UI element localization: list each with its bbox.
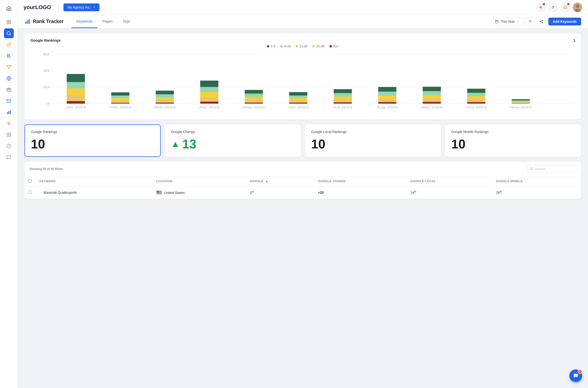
bar-sep: Sep 2023 xyxy=(421,87,442,109)
svg-rect-77 xyxy=(334,89,352,93)
svg-rect-100 xyxy=(512,100,530,101)
sidebar-icon-doc[interactable] xyxy=(4,130,14,140)
svg-rect-58 xyxy=(200,87,218,92)
star-favorite[interactable]: ☆ xyxy=(39,191,43,194)
stat-card-google-change[interactable]: Google Change ▲ 13 xyxy=(165,124,301,157)
legend-dot-1-3 xyxy=(267,45,269,48)
date-range-label: This Year xyxy=(501,20,515,24)
table-body: ☆ Maserati Quattroporte 🇺🇸 United States… xyxy=(24,186,581,199)
chart-title: Google Rankings xyxy=(30,38,61,42)
sidebar-icon-box[interactable] xyxy=(4,85,14,95)
google-rankings-chart-card: Google Rankings 1 1-3 4-10 11-20 xyxy=(24,33,581,120)
select-all-checkbox[interactable] xyxy=(28,179,32,182)
svg-text:Jun 2023: Jun 2023 xyxy=(288,106,309,109)
sidebar-icon-link[interactable] xyxy=(4,40,14,49)
row-google-change-cell: +20 xyxy=(314,186,407,199)
chat-badge: 1 xyxy=(578,369,582,374)
col-google-change[interactable]: GOOGLE CHANGE xyxy=(314,176,407,186)
logo-area: yourLOGO™ My Agency Inc. xyxy=(24,3,99,11)
svg-rect-83 xyxy=(378,87,396,92)
agency-name: My Agency Inc. xyxy=(67,5,91,9)
tab-pages[interactable]: Pages xyxy=(98,15,118,28)
stat-label-google-local: Google Local Rankings xyxy=(311,130,435,134)
date-range-button[interactable]: This Year xyxy=(491,18,523,25)
stat-label-google-mobile: Google Mobile Rankings xyxy=(451,130,575,134)
svg-rect-95 xyxy=(467,89,485,93)
col-keyword[interactable]: KEYWORD xyxy=(36,176,152,186)
user-avatar[interactable] xyxy=(573,3,582,12)
sidebar-icon-special[interactable] xyxy=(4,119,14,128)
svg-point-14 xyxy=(576,4,579,8)
svg-text:Oct 2023: Oct 2023 xyxy=(466,106,487,109)
row-google-cell: 3rd xyxy=(246,186,314,199)
row-keyword-cell: ☆ Maserati Quattroporte xyxy=(36,186,152,199)
tab-tags[interactable]: Tags xyxy=(118,15,135,28)
svg-rect-52 xyxy=(156,94,174,97)
add-keywords-button[interactable]: Add Keywords xyxy=(548,18,581,25)
svg-rect-97 xyxy=(512,103,530,104)
agency-selector[interactable]: My Agency Inc. xyxy=(63,3,99,11)
col-google[interactable]: GOOGLE ▲ xyxy=(246,176,314,186)
col-google-mobile[interactable]: GOOGLE MOBILE xyxy=(492,176,581,186)
sidebar-icon-piechart[interactable] xyxy=(4,141,14,151)
svg-rect-56 xyxy=(200,97,218,102)
page-title: Rank Tracker xyxy=(33,19,64,24)
tab-keywords[interactable]: Keywords xyxy=(72,15,98,28)
svg-text:Nov 2023: Nov 2023 xyxy=(510,106,531,109)
svg-rect-3 xyxy=(7,23,8,24)
svg-rect-16 xyxy=(25,22,26,24)
stat-card-google-rankings[interactable]: Google Rankings 10 xyxy=(24,124,161,157)
svg-rect-70 xyxy=(289,96,307,98)
sort-icon: ▲ xyxy=(265,180,268,183)
svg-text:0: 0 xyxy=(46,102,49,105)
svg-rect-99 xyxy=(512,101,530,102)
share-button[interactable] xyxy=(537,17,546,26)
svg-line-26 xyxy=(541,22,542,23)
help-icon: ? xyxy=(552,5,554,9)
filter-button[interactable] xyxy=(526,17,535,26)
svg-rect-19 xyxy=(495,20,498,23)
svg-rect-76 xyxy=(334,93,352,97)
help-button[interactable]: ? xyxy=(548,3,558,12)
bell-button[interactable] xyxy=(561,3,570,12)
svg-point-11 xyxy=(8,123,10,124)
search-icon xyxy=(530,167,533,171)
sidebar-icon-grid[interactable] xyxy=(4,17,14,27)
bar-nov: Nov 2023 xyxy=(510,99,531,109)
svg-rect-9 xyxy=(8,111,9,114)
col-google-local[interactable]: GOOGLE LOCAL xyxy=(406,176,492,186)
sidebar-icon-globe[interactable] xyxy=(4,73,14,83)
stat-card-google-local[interactable]: Google Local Rankings 10 xyxy=(305,124,441,157)
svg-point-103 xyxy=(530,167,532,170)
filter-icon xyxy=(528,20,532,24)
sidebar-icon-b[interactable]: B xyxy=(4,51,14,61)
legend-11-20: 11-20 xyxy=(295,44,307,48)
row-checkbox[interactable] xyxy=(28,191,32,194)
sidebar-icon-mail[interactable] xyxy=(4,96,14,106)
legend-dot-4-10 xyxy=(280,45,283,48)
sidebar-icon-search[interactable] xyxy=(4,28,14,38)
svg-rect-87 xyxy=(423,95,441,98)
legend-51plus: 51+ xyxy=(330,44,339,48)
svg-text:40: 40 xyxy=(43,69,49,73)
svg-rect-50 xyxy=(156,100,174,103)
search-input[interactable] xyxy=(527,165,576,173)
svg-rect-18 xyxy=(29,19,30,24)
bar-aug: Aug 2023 xyxy=(377,87,398,109)
sidebar-icon-home[interactable] xyxy=(3,3,14,14)
bell-badge xyxy=(567,2,570,6)
sidebar-icon-barchart[interactable] xyxy=(4,107,14,117)
svg-rect-75 xyxy=(334,97,352,100)
chat-button[interactable]: 1 xyxy=(569,369,582,382)
svg-text:Mar 2023: Mar 2023 xyxy=(154,106,175,109)
col-location[interactable]: LOCATION xyxy=(152,176,246,186)
search-input-wrap xyxy=(527,165,576,173)
row-google-local-cell: 74th xyxy=(406,186,492,199)
stat-card-google-mobile[interactable]: Google Mobile Rankings 10 xyxy=(445,124,581,157)
bar-mar: Mar 2023 xyxy=(154,91,175,109)
sidebar-icon-trophy[interactable] xyxy=(4,62,14,72)
sidebar-icon-chat[interactable] xyxy=(4,152,14,162)
bolt-button[interactable] xyxy=(536,3,545,12)
svg-rect-0 xyxy=(7,20,8,22)
stat-cards: Google Rankings 10 Google Change ▲ 13 Go… xyxy=(24,124,581,157)
